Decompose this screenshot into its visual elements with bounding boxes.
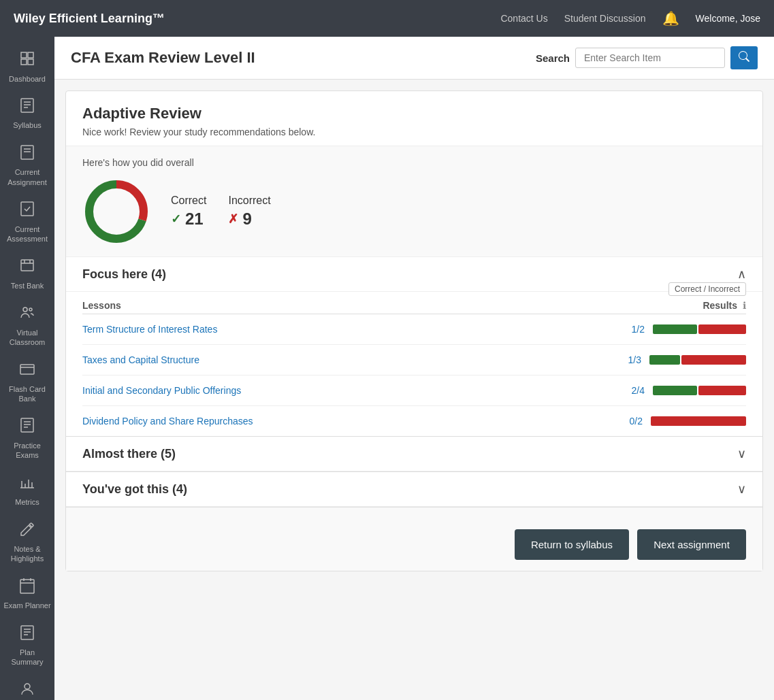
- search-area: Search: [536, 46, 758, 69]
- overall-label: Here's how you did overall: [82, 157, 746, 168]
- focus-section-title: Focus here (4): [82, 267, 166, 282]
- bar-green-0: [653, 324, 697, 334]
- sidebar-item-test-bank[interactable]: Test Bank: [0, 250, 54, 297]
- overall-section: Here's how you did overall: [66, 146, 762, 257]
- sidebar-item-current-assessment[interactable]: Current Assessment: [0, 194, 54, 250]
- svg-point-17: [29, 308, 32, 311]
- incorrect-cross-icon: ✗: [228, 212, 238, 227]
- adaptive-review-header: Adaptive Review Nice work! Review your s…: [66, 91, 762, 146]
- you-got-this-section: You've got this (4) ∨: [66, 471, 762, 507]
- almost-there-chevron[interactable]: ∨: [737, 446, 746, 461]
- bar-red-3: [651, 416, 746, 426]
- lesson-dividend-policy[interactable]: Dividend Policy and Share Repurchases: [82, 416, 253, 427]
- correct-check-icon: ✓: [171, 212, 181, 227]
- you-got-this-header[interactable]: You've got this (4) ∨: [66, 472, 762, 507]
- lesson-taxes-capital[interactable]: Taxes and Capital Structure: [82, 354, 199, 365]
- sidebar-item-exam-planner[interactable]: Exam Planner: [0, 571, 54, 618]
- lesson-term-structure[interactable]: Term Structure of Interest Rates: [82, 324, 217, 335]
- sidebar-item-my-account[interactable]: My Account: [0, 674, 54, 700]
- metrics-icon: [19, 474, 35, 496]
- sidebar-label-flash-card-bank: Flash Card Bank: [3, 384, 52, 404]
- dashboard-icon: [19, 50, 35, 72]
- sidebar-label-metrics: Metrics: [15, 497, 39, 507]
- you-got-this-chevron[interactable]: ∨: [737, 482, 746, 497]
- svg-rect-0: [21, 52, 27, 58]
- sidebar-item-metrics[interactable]: Metrics: [0, 467, 54, 514]
- plan-summary-icon: [20, 624, 35, 646]
- score-labels: Correct ✓ 21 Incorrect ✗ 9: [171, 195, 271, 229]
- bar-green-1: [649, 355, 680, 365]
- search-button[interactable]: [730, 46, 758, 69]
- progress-bar-2: [653, 386, 746, 395]
- notification-bell-icon[interactable]: 🔔: [662, 10, 679, 27]
- focus-collapse-chevron[interactable]: ∧: [737, 267, 746, 282]
- lesson-public-offerings[interactable]: Initial and Secondary Public Offerings: [82, 385, 241, 396]
- next-assignment-button[interactable]: Next assignment: [637, 529, 746, 560]
- sidebar-label-syllabus: Syllabus: [13, 120, 42, 130]
- adaptive-review-card: Adaptive Review Nice work! Review your s…: [65, 90, 763, 571]
- bottom-actions: Return to syllabus Next assignment: [66, 518, 762, 571]
- incorrect-count: 9: [242, 210, 251, 229]
- flash-card-bank-icon: [19, 361, 35, 382]
- lesson-right-1: 1/3: [617, 354, 746, 365]
- incorrect-value-row: ✗ 9: [228, 210, 251, 229]
- sidebar-item-flash-card-bank[interactable]: Flash Card Bank: [0, 354, 54, 410]
- svg-rect-29: [20, 580, 34, 593]
- contact-us-link[interactable]: Contact Us: [500, 13, 547, 24]
- focus-section: Focus here (4) ∧ Lessons Correct / Incor…: [66, 257, 762, 436]
- lesson-right-2: 2/4: [621, 385, 746, 396]
- return-to-syllabus-button[interactable]: Return to syllabus: [515, 529, 629, 560]
- main-content: CFA Exam Review Level II Search Adaptive…: [54, 37, 774, 700]
- lesson-row-2: Initial and Secondary Public Offerings 2…: [82, 376, 746, 406]
- content-area: Adaptive Review Nice work! Review your s…: [54, 90, 774, 599]
- sidebar-label-notes-highlights: Notes & Highlights: [3, 544, 52, 564]
- practice-exams-icon: [19, 417, 35, 439]
- lesson-score-3: 0/2: [619, 416, 643, 427]
- lesson-right-0: 1/2: [621, 324, 746, 335]
- brand-name: Wiley Efficient Learning™: [14, 12, 165, 26]
- sidebar-label-test-bank: Test Bank: [11, 281, 44, 290]
- sidebar-item-current-assignment[interactable]: Current Assignment: [0, 137, 54, 194]
- top-nav: Wiley Efficient Learning™ Contact Us Stu…: [0, 0, 774, 37]
- results-info-icon[interactable]: ℹ: [743, 300, 746, 311]
- incorrect-score: Incorrect ✗ 9: [228, 195, 270, 229]
- svg-rect-11: [21, 202, 33, 216]
- correct-count: 21: [185, 210, 204, 229]
- student-discussion-link[interactable]: Student Discussion: [564, 13, 646, 24]
- bottom-actions-wrapper: Return to syllabus Next assignment: [66, 507, 762, 571]
- lesson-row-3: Dividend Policy and Share Repurchases 0/…: [82, 406, 746, 436]
- sidebar-label-exam-planner: Exam Planner: [3, 601, 50, 610]
- almost-there-header[interactable]: Almost there (5) ∨: [66, 437, 762, 471]
- sidebar: Dashboard Syllabus Current Assignment Cu…: [0, 37, 54, 700]
- sidebar-label-current-assessment: Current Assessment: [3, 224, 52, 244]
- adaptive-review-subtitle: Nice work! Review your study recommendat…: [82, 127, 746, 137]
- my-account-icon: [19, 681, 35, 700]
- lessons-table: Lessons Correct / Incorrect Results ℹ Te…: [66, 292, 762, 436]
- top-nav-right: Contact Us Student Discussion 🔔 Welcome,…: [500, 10, 760, 27]
- svg-rect-18: [20, 365, 34, 374]
- sidebar-label-current-assignment: Current Assignment: [3, 167, 52, 187]
- svg-rect-33: [21, 626, 33, 639]
- sidebar-label-plan-summary: Plan Summary: [3, 648, 52, 667]
- search-input[interactable]: [575, 48, 725, 68]
- stats-row: Correct ✓ 21 Incorrect ✗ 9: [82, 178, 746, 246]
- focus-section-header[interactable]: Focus here (4) ∧: [66, 257, 762, 292]
- main-layout: Dashboard Syllabus Current Assignment Cu…: [0, 37, 774, 700]
- sidebar-item-virtual-classroom[interactable]: Virtual Classroom: [0, 297, 54, 354]
- you-got-this-title: You've got this (4): [82, 482, 187, 497]
- sidebar-item-practice-exams[interactable]: Practice Exams: [0, 410, 54, 467]
- table-header: Lessons Correct / Incorrect Results ℹ: [82, 292, 746, 314]
- svg-rect-20: [21, 418, 33, 432]
- sidebar-item-plan-summary[interactable]: Plan Summary: [0, 618, 54, 674]
- lesson-row: Term Structure of Interest Rates 1/2: [82, 314, 746, 345]
- sidebar-item-dashboard[interactable]: Dashboard: [0, 44, 54, 90]
- sidebar-label-dashboard: Dashboard: [9, 74, 46, 84]
- adaptive-review-title: Adaptive Review: [82, 105, 746, 122]
- sidebar-item-syllabus[interactable]: Syllabus: [0, 90, 54, 137]
- progress-bar-3: [651, 416, 746, 426]
- svg-rect-8: [21, 146, 33, 159]
- sidebar-item-notes-highlights[interactable]: Notes & Highlights: [0, 514, 54, 571]
- lesson-score-1: 1/3: [617, 354, 641, 365]
- svg-rect-12: [21, 260, 33, 271]
- sidebar-label-practice-exams: Practice Exams: [3, 441, 52, 461]
